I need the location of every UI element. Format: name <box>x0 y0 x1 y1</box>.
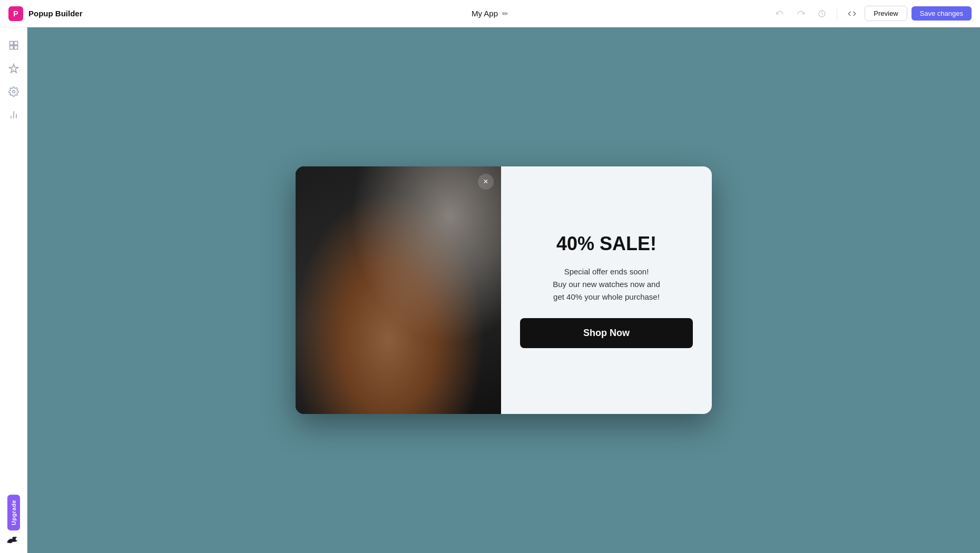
undo-button[interactable] <box>771 5 788 22</box>
header-left: P Popup Builder <box>8 6 83 21</box>
svg-rect-18 <box>396 377 417 403</box>
hand-decoration <box>296 241 501 414</box>
sidebar-item-elements[interactable] <box>4 59 23 78</box>
sidebar-item-layout[interactable] <box>4 36 23 55</box>
header: P Popup Builder My App ✏ Pre <box>0 0 980 27</box>
redo-button[interactable] <box>792 5 809 22</box>
svg-rect-10 <box>396 298 417 328</box>
svg-rect-4 <box>14 46 17 50</box>
svg-point-19 <box>406 382 408 384</box>
history-button[interactable] <box>814 5 830 22</box>
main-layout: Upgrade <box>0 27 980 553</box>
preview-button[interactable]: Preview <box>865 6 907 21</box>
popup-image: × <box>296 166 501 414</box>
popup-content-panel: 40% SALE! Special offer ends soon! Buy o… <box>501 166 712 414</box>
svg-rect-11 <box>384 325 430 377</box>
svg-rect-17 <box>430 347 435 354</box>
sidebar-item-settings[interactable] <box>4 82 23 101</box>
popup-preview: × 40% SALE! Special offer ends soon! Buy… <box>296 166 712 414</box>
svg-rect-3 <box>9 46 13 50</box>
canvas-area[interactable]: × 40% SALE! Special offer ends soon! Buy… <box>27 27 980 553</box>
svg-point-9 <box>14 537 15 538</box>
popup-description: Special offer ends soon! Buy our new wat… <box>553 265 660 303</box>
brand-logo-icon <box>6 535 21 547</box>
svg-line-16 <box>407 351 415 354</box>
header-divider <box>837 7 837 20</box>
svg-rect-12 <box>386 328 428 374</box>
header-right: Preview Save changes <box>771 5 972 22</box>
sidebar-item-analytics[interactable] <box>4 105 23 124</box>
popup-sale-title: 40% SALE! <box>556 233 656 255</box>
image-overlay <box>296 166 501 414</box>
svg-rect-2 <box>14 42 17 45</box>
app-title: Popup Builder <box>28 9 83 18</box>
svg-point-20 <box>406 388 408 390</box>
svg-point-13 <box>388 332 425 369</box>
code-button[interactable] <box>844 5 860 22</box>
sidebar-bottom: Upgrade <box>6 495 21 547</box>
app-icon: P <box>8 6 23 21</box>
popup-cta-button[interactable]: Shop Now <box>520 318 693 348</box>
watch-illustration <box>365 298 449 403</box>
upgrade-button[interactable]: Upgrade <box>7 495 20 530</box>
popup-close-button[interactable]: × <box>478 174 494 190</box>
svg-point-5 <box>12 91 15 93</box>
save-changes-button[interactable]: Save changes <box>912 6 972 21</box>
svg-point-14 <box>390 334 423 367</box>
svg-point-21 <box>406 393 408 396</box>
sidebar: Upgrade <box>0 27 27 553</box>
edit-app-name-icon[interactable]: ✏ <box>502 9 508 18</box>
current-app-name: My App <box>472 9 498 18</box>
header-center: My App ✏ <box>472 9 508 18</box>
svg-rect-1 <box>9 42 13 45</box>
